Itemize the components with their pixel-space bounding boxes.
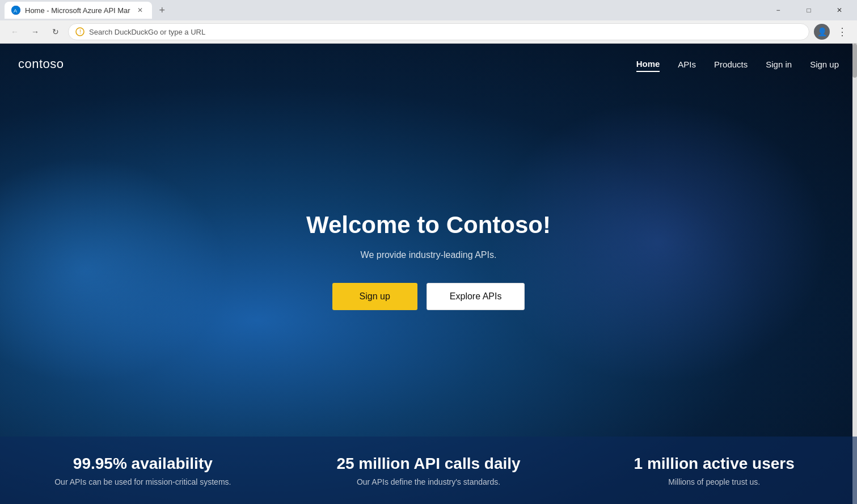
stat-api-calls: 25 million API calls daily Our APIs defi… (286, 455, 572, 486)
stat-availability: 99.95% availability Our APIs can be used… (0, 455, 286, 486)
stat-number-api-calls: 25 million API calls daily (304, 455, 554, 473)
explore-apis-button[interactable]: Explore APIs (427, 283, 525, 310)
restore-button[interactable]: □ (796, 2, 822, 19)
forward-button[interactable]: → (27, 24, 43, 40)
menu-dots-icon: ⋮ (837, 26, 847, 38)
nav-products[interactable]: Products (714, 57, 748, 71)
stat-number-users: 1 million active users (589, 455, 839, 473)
svg-text:A: A (14, 8, 17, 14)
stat-number-availability: 99.95% availability (18, 455, 268, 473)
stat-desc-users: Millions of people trust us. (589, 477, 839, 486)
brand-logo: contoso (18, 57, 64, 71)
url-text: Search DuckDuckGo or type a URL (89, 28, 802, 36)
stats-section: 99.95% availability Our APIs can be used… (0, 437, 857, 504)
close-window-icon: ✕ (837, 6, 842, 14)
tab-title: Home - Microsoft Azure API Mar (25, 6, 130, 15)
nav-home[interactable]: Home (636, 57, 660, 72)
close-icon: ✕ (137, 6, 143, 14)
minimize-icon: − (776, 6, 780, 14)
back-icon: ← (11, 27, 19, 36)
active-tab[interactable]: A Home - Microsoft Azure API Mar ✕ (5, 2, 152, 19)
title-bar: A Home - Microsoft Azure API Mar ✕ + − □… (0, 0, 857, 20)
nav-apis[interactable]: APIs (678, 57, 696, 71)
svg-text:!: ! (79, 29, 81, 35)
refresh-button[interactable]: ↻ (48, 24, 64, 40)
hero-title: Welcome to Contoso! (306, 211, 551, 239)
hero-subtitle: We provide industry-leading APIs. (361, 250, 497, 260)
forward-icon: → (31, 27, 39, 36)
stat-users: 1 million active users Millions of peopl… (571, 455, 857, 486)
profile-icon: 👤 (817, 27, 827, 36)
tab-favicon: A (11, 6, 20, 15)
signup-button[interactable]: Sign up (332, 283, 417, 310)
hero-section: contoso Home APIs Products Sign in Sign … (0, 44, 857, 504)
profile-button[interactable]: 👤 (814, 24, 830, 40)
minimize-button[interactable]: − (765, 2, 791, 19)
refresh-icon: ↻ (52, 27, 59, 36)
back-button[interactable]: ← (7, 24, 23, 40)
website-content: contoso Home APIs Products Sign in Sign … (0, 44, 857, 504)
stat-desc-api-calls: Our APIs define the industry's standards… (304, 477, 554, 486)
nav-signup[interactable]: Sign up (810, 57, 839, 71)
address-bar: ← → ↻ ! Search DuckDuckGo or type a URL … (0, 20, 857, 43)
tab-close-button[interactable]: ✕ (135, 5, 145, 15)
nav-links: Home APIs Products Sign in Sign up (636, 57, 839, 72)
hero-buttons: Sign up Explore APIs (332, 283, 525, 310)
plus-icon: + (159, 5, 165, 16)
navbar: contoso Home APIs Products Sign in Sign … (0, 44, 857, 84)
new-tab-button[interactable]: + (154, 2, 170, 18)
security-icon: ! (75, 27, 85, 36)
restore-icon: □ (807, 6, 810, 14)
stat-desc-availability: Our APIs can be used for mission-critica… (18, 477, 268, 486)
nav-signin[interactable]: Sign in (766, 57, 792, 71)
close-window-button[interactable]: ✕ (826, 2, 852, 19)
address-input[interactable]: ! Search DuckDuckGo or type a URL (68, 23, 809, 40)
browser-chrome: A Home - Microsoft Azure API Mar ✕ + − □… (0, 0, 857, 44)
window-controls: − □ ✕ (765, 2, 852, 19)
browser-menu-button[interactable]: ⋮ (834, 24, 850, 40)
